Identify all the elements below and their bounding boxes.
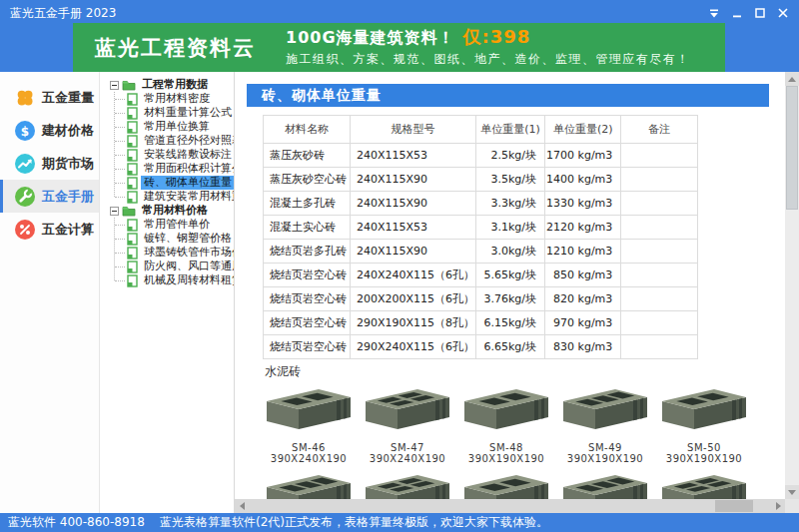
tree-item[interactable]: 常用管件单价 [100,218,234,232]
skin-menu-button[interactable] [702,3,725,23]
tree-item[interactable]: 建筑安装常用材料重 [100,190,234,204]
tree-section-1[interactable]: 常用材料价格 [100,204,234,218]
maximize-button[interactable] [748,3,771,23]
brick-image [557,469,653,499]
tree-section-0[interactable]: 工程常用数据 [100,78,234,92]
tree-item-label: 机械及周转材料租赁 [141,273,234,287]
main-region: 五金重量$建材价格期货市场五金手册五金计算 工程常用数据常用材料密度材料重量计算… [0,72,799,513]
sidebar-item-material-price[interactable]: $建材价格 [0,114,99,147]
tree-item[interactable]: 安装线路敷设标注 [100,148,234,162]
table-row[interactable]: 混凝土实心砖240X115X533.1kg/块2120 kg/m3 [264,216,698,240]
scroll-left-arrow[interactable] [235,499,249,513]
vertical-scrollbar[interactable] [785,72,799,499]
tree-item[interactable]: 砖、砌体单位重量 [100,176,234,190]
brick-gallery-row1: SM-46390X240X190SM-47390X240X190SM-48390… [261,383,752,464]
table-cell: 3.76kg/块 [476,287,545,311]
sidebar-items: 五金重量$建材价格期货市场五金手册五金计算 [0,81,99,246]
table-cell: 1210 kg/m3 [545,240,621,264]
table-cell: 烧结页岩多孔砖 [264,240,351,264]
table-row[interactable]: 烧结页岩多孔砖240X115X903.0kg/块1210 kg/m3 [264,240,698,264]
table-cell: 1330 kg/m3 [545,192,621,216]
tree-item-label: 材料重量计算公式 [141,106,234,120]
sidebar-item-futures-market[interactable]: 期货市场 [0,147,99,180]
table-row[interactable]: 蒸压灰砂砖240X115X532.5kg/块1700 kg/m3 [264,144,698,168]
document-icon [127,274,138,287]
vertical-scroll-thumb[interactable] [786,86,798,210]
column-header: 材料名称 [264,116,351,144]
promo-price: 仅:398 [463,26,531,47]
table-body: 蒸压灰砂砖240X115X532.5kg/块1700 kg/m3蒸压灰砂空心砖2… [264,144,698,359]
table-cell [621,264,698,287]
tree-item[interactable]: 常用面积体积计算公 [100,162,234,176]
table-row[interactable]: 烧结页岩空心砖290X240X115（6孔）6.65kg/块830 kg/m3 [264,335,698,359]
table-row[interactable]: 烧结页岩空心砖200X200X115（6孔）3.76kg/块820 kg/m3 [264,287,698,311]
sidebar-item-label: 期货市场 [42,155,94,173]
brick-size: 390X240X190 [360,453,455,464]
brick-item: SM-47390X240X190 [360,383,455,464]
scroll-right-arrow[interactable] [771,499,785,513]
brick-image [360,383,455,441]
brick-size: 390X240X190 [261,453,357,464]
table-header-row: 材料名称规格型号单位重量(1)单位重量(2)备注 [264,116,698,144]
table-cell: 2120 kg/m3 [545,216,621,240]
tree-item[interactable]: 管道直径外径对照表 [100,134,234,148]
brick-model: SM-48 [458,442,554,453]
document-icon [127,163,138,176]
sidebar-item-hardware-calc[interactable]: 五金计算 [0,213,99,246]
brick-item: SM-48390X190X190 [458,383,554,464]
promo-headline: 100G海量建筑资料！仅:398 [286,27,725,48]
folder-icon [122,79,136,91]
document-icon [127,191,138,204]
horizontal-scrollbar[interactable] [235,499,785,513]
horizontal-scroll-thumb[interactable] [715,500,753,512]
table-cell: 240X115X53 [351,216,476,240]
table-cell [621,311,698,335]
tree-item[interactable]: 防火阀、风口等通风 [100,260,234,273]
table-cell: 烧结页岩空心砖 [264,264,351,287]
brick-item-partial [360,469,455,499]
column-header: 规格型号 [351,116,476,144]
tree-item-label: 安装线路敷设标注 [141,148,234,162]
sidebar-item-hardware-manual[interactable]: 五金手册 [0,180,99,213]
brick-size: 390X190X190 [557,453,653,464]
table-cell: 850 kg/m3 [545,264,621,287]
scroll-down-arrow[interactable] [785,485,799,499]
tree-item[interactable]: 材料重量计算公式 [100,106,234,120]
tree-section-label: 常用材料价格 [139,204,211,218]
table-cell: 240X115X90 [351,192,476,216]
tree-item[interactable]: 球墨铸铁管件市场价 [100,246,234,260]
tree-item[interactable]: 常用单位换算 [100,120,234,134]
table-row[interactable]: 烧结页岩空心砖290X190X115（8孔）6.15kg/块970 kg/m3 [264,311,698,335]
table-cell: 2.5kg/块 [476,144,545,168]
close-button[interactable] [771,3,794,23]
tree-item-label: 球墨铸铁管件市场价 [141,246,234,260]
tree-item[interactable]: 常用材料密度 [100,92,234,106]
tree-item[interactable]: 镀锌、钢塑管价格 [100,232,234,246]
brick-item-partial [656,469,752,499]
sidebar-item-label: 建材价格 [42,122,94,140]
promo-banner[interactable]: 蓝光工程资料云 100G海量建筑资料！仅:398 施工组织、方案、规范、图纸、地… [73,23,725,72]
table-cell: 混凝土多孔砖 [264,192,351,216]
table-row[interactable]: 烧结页岩空心砖240X240X115（6孔）5.65kg/块850 kg/m3 [264,264,698,287]
brick-gallery-row2 [261,469,752,499]
tree-item[interactable]: 机械及周转材料租赁 [100,273,234,287]
window-title: 蓝光五金手册 2023 [0,5,702,22]
collapse-icon[interactable] [110,207,119,216]
sidebar-item-hardware-weight[interactable]: 五金重量 [0,81,99,114]
brick-image [458,383,554,441]
minimize-button[interactable] [725,3,748,23]
trend-icon [15,154,35,174]
column-header: 单位重量(2) [545,116,621,144]
tree-item-label: 常用面积体积计算公 [141,162,234,176]
tree-item-label: 建筑安装常用材料重 [141,190,234,204]
table-cell: 820 kg/m3 [545,287,621,311]
weight-table: 材料名称规格型号单位重量(1)单位重量(2)备注 蒸压灰砂砖240X115X53… [263,115,698,359]
brick-image [261,383,357,441]
table-row[interactable]: 蒸压灰砂空心砖240X115X903.5kg/块1400 kg/m3 [264,168,698,192]
scroll-up-arrow[interactable] [785,72,799,86]
collapse-icon[interactable] [110,81,119,90]
banner-brand: 蓝光工程资料云 [73,34,278,62]
tree-item-label: 砖、砌体单位重量 [141,176,234,190]
table-row[interactable]: 混凝土多孔砖240X115X903.3kg/块1330 kg/m3 [264,192,698,216]
document-icon [127,93,138,106]
